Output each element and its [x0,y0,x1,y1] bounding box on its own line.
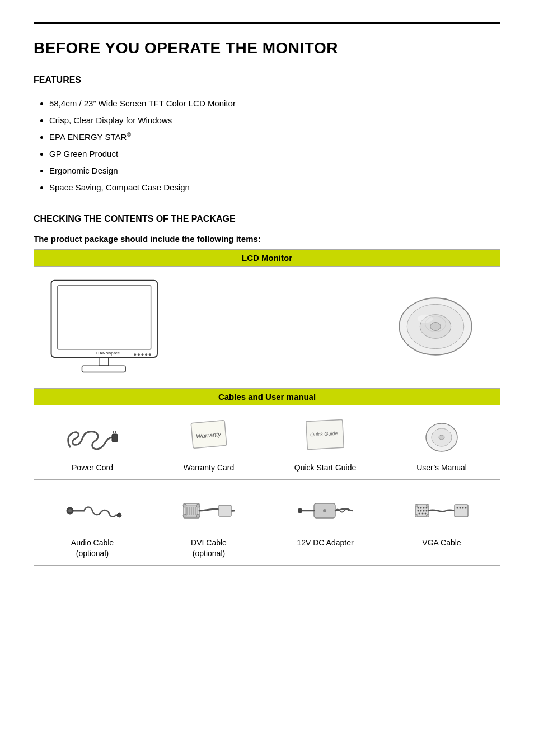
svg-point-54 [423,510,425,511]
vga-cable-cell: VGA Cable [383,480,500,565]
svg-point-7 [142,353,144,356]
svg-point-53 [420,510,422,511]
svg-point-25 [439,435,444,440]
page-title: BEFORE YOU OPERATE THE MONITOR [34,39,500,57]
audio-cable-illustration [64,491,120,530]
feature-item: Ergonomic Design [49,162,500,179]
svg-point-50 [423,507,425,508]
feature-item: EPA ENERGY STAR® [49,129,500,146]
features-list: 58,4cm / 23” Wide Screen TFT Color LCD M… [49,95,500,196]
svg-point-56 [419,512,420,514]
svg-rect-45 [298,508,302,513]
svg-point-57 [422,512,424,514]
cd-illustration [394,293,477,360]
dvi-cable-illustration [181,491,237,530]
items-grid-row2: Audio Cable(optional) [34,480,500,566]
svg-point-48 [418,507,419,508]
dvi-cable-cell: DVI Cable(optional) [151,480,267,565]
features-title: FEATURES [34,75,500,85]
manual-illustration [416,416,467,455]
warranty-card-cell: Warranty Warranty Card [151,405,267,480]
svg-point-6 [138,353,140,356]
monitor-cell: HANNspree [34,267,292,388]
dc-adapter-icon [273,488,378,533]
power-cord-illustration [64,416,120,455]
svg-point-46 [323,509,326,512]
dvi-cable-icon [156,488,261,533]
svg-point-28 [68,509,72,512]
quick-guide-cell: Quick Guide Quick Start Guide [267,405,383,480]
svg-point-15 [418,315,433,323]
svg-point-9 [149,353,151,356]
svg-rect-16 [112,434,118,442]
warranty-card-icon: Warranty [156,413,261,458]
svg-point-66 [462,507,464,508]
svg-point-58 [425,512,427,514]
dc-adapter-cell: 12V DC Adapter [267,480,383,565]
vga-cable-label: VGA Cable [389,538,494,549]
lcd-table: HANNspree [34,267,500,388]
dvi-cable-label: DVI Cable(optional) [156,538,261,559]
svg-point-41 [196,514,200,517]
quick-guide-illustration: Quick Guide [300,416,350,455]
svg-point-38 [183,504,186,507]
svg-point-64 [457,507,458,508]
cables-bar: Cables and User manual [34,388,500,405]
users-manual-label: User’s Manual [389,463,494,474]
users-manual-icon [389,413,494,458]
svg-point-51 [426,507,428,508]
svg-point-52 [418,510,419,511]
svg-rect-3 [82,366,125,372]
power-cord-label: Power Cord [40,463,145,474]
checking-title: CHECKING THE CONTENTS OF THE PACKAGE [34,214,500,224]
dc-adapter-label: 12V DC Adapter [273,538,378,549]
checking-section: CHECKING THE CONTENTS OF THE PACKAGE The… [34,214,500,568]
svg-point-8 [145,353,147,356]
feature-item: Crisp, Clear Display for Windows [49,112,500,129]
svg-point-65 [460,507,461,508]
lcd-bar: LCD Monitor [34,249,500,267]
audio-cable-cell: Audio Cable(optional) [34,480,151,565]
svg-text:HANNspree: HANNspree [96,351,120,356]
feature-item: Space Saving, Compact Case Design [49,179,500,196]
svg-rect-63 [455,505,468,517]
audio-cable-icon [40,488,145,533]
svg-point-40 [183,514,186,517]
feature-item: 58,4cm / 23” Wide Screen TFT Color LCD M… [49,95,500,112]
svg-point-59 [415,504,418,507]
svg-point-30 [117,513,121,517]
users-manual-cell: User’s Manual [383,405,500,480]
svg-point-13 [430,323,441,331]
feature-item: GP Green Product [49,146,500,162]
svg-point-49 [420,507,422,508]
svg-point-67 [465,507,467,508]
adapter-illustration [297,491,353,530]
cd-cell [292,267,500,388]
quick-guide-label: Quick Start Guide [273,463,378,474]
items-grid-row1: Power Cord Warranty Warranty Card Quick … [34,405,500,480]
quick-guide-icon: Quick Guide [273,413,378,458]
power-cord-cell: Power Cord [34,405,151,480]
audio-cable-label: Audio Cable(optional) [40,538,145,559]
svg-point-62 [427,514,429,517]
warranty-card-label: Warranty Card [156,463,261,474]
svg-rect-1 [58,286,151,349]
svg-point-39 [196,504,200,507]
power-cord-icon [40,413,145,458]
warranty-illustration: Warranty [184,416,234,455]
vga-cable-illustration [414,491,470,530]
svg-point-61 [415,514,418,517]
svg-rect-42 [219,505,231,516]
svg-point-55 [426,510,428,511]
svg-rect-2 [99,357,109,366]
lcd-row: HANNspree [34,267,500,388]
vga-cable-icon [389,488,494,533]
package-label: The product package should include the f… [34,234,500,244]
svg-rect-0 [51,281,157,357]
svg-point-5 [134,353,136,356]
monitor-illustration: HANNspree [45,276,168,377]
bottom-divider [34,568,500,568]
top-divider [34,22,500,24]
svg-point-60 [427,504,429,507]
